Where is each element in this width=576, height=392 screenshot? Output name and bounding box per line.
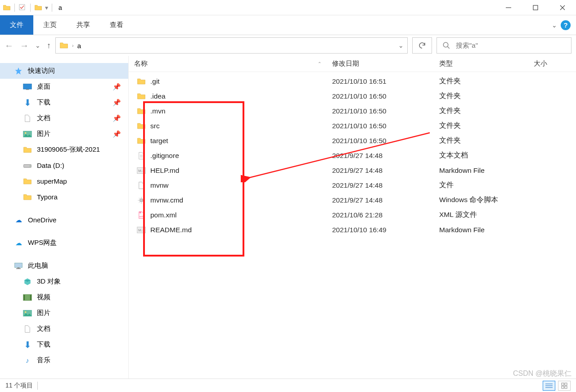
view-details-button[interactable] — [543, 381, 555, 391]
file-row[interactable]: .gitignore2021/9/27 14:48文本文档 — [129, 148, 576, 163]
refresh-button[interactable] — [412, 37, 432, 54]
minimize-button[interactable] — [495, 0, 522, 15]
file-type: 文件 — [434, 180, 528, 190]
file-row[interactable]: .mvn2021/10/10 16:50文件夹 — [129, 104, 576, 118]
address-dropdown-icon[interactable]: ⌄ — [398, 42, 404, 49]
download-icon: ⬇ — [22, 98, 32, 108]
file-date: 2021/10/10 16:50 — [327, 107, 434, 115]
tree-wps[interactable]: ☁WPS网盘 — [0, 235, 128, 251]
file-row[interactable]: M↓HELP.md2021/9/27 14:48Markdown File — [129, 163, 576, 178]
qat-properties-icon[interactable] — [18, 4, 27, 12]
navigation-tree[interactable]: 快速访问 桌面📌 ⬇下载📌 文档📌 图片📌 31909065-张斌-2021 D… — [0, 56, 129, 378]
address-path[interactable]: a — [77, 42, 81, 50]
tree-pictures2[interactable]: 图片 — [0, 305, 128, 321]
file-name: target — [150, 137, 168, 145]
file-date: 2021/9/27 14:48 — [327, 167, 434, 175]
tree-custom-folder[interactable]: 31909065-张斌-2021 — [0, 142, 128, 158]
svg-text:xml: xml — [140, 215, 143, 217]
help-icon[interactable]: ? — [561, 20, 571, 30]
file-date: 2021/10/10 16:50 — [327, 122, 434, 130]
tree-pictures[interactable]: 图片📌 — [0, 126, 128, 142]
tree-downloads2[interactable]: ⬇下载 — [0, 337, 128, 352]
column-date[interactable]: 修改日期 — [327, 59, 434, 68]
tree-data-d[interactable]: Data (D:) — [0, 158, 128, 173]
view-icons-button[interactable] — [558, 381, 571, 391]
pictures-icon — [22, 129, 32, 139]
file-row[interactable]: target2021/10/10 16:50文件夹 — [129, 133, 576, 148]
tree-this-pc[interactable]: 此电脑 — [0, 258, 128, 274]
tree-3d-objects[interactable]: 3D 对象 — [0, 274, 128, 289]
qat-newfolder-icon[interactable] — [34, 4, 42, 12]
file-row[interactable]: .git2021/10/10 16:51文件夹 — [129, 74, 576, 89]
tree-documents[interactable]: 文档📌 — [0, 110, 128, 126]
tree-desktop[interactable]: 桌面📌 — [0, 79, 128, 95]
nav-recent-dropdown[interactable]: ⌄ — [35, 42, 40, 49]
tree-downloads[interactable]: ⬇下载📌 — [0, 95, 128, 110]
file-name: .gitignore — [150, 152, 179, 160]
ribbon-share-tab[interactable]: 共享 — [67, 15, 100, 35]
tree-quick-access[interactable]: 快速访问 — [0, 63, 128, 79]
qat-dropdown-icon[interactable]: ▾ — [45, 4, 48, 11]
svg-text:M↓: M↓ — [138, 169, 143, 173]
tree-typora[interactable]: Typora — [0, 189, 128, 205]
svg-point-19 — [140, 198, 143, 202]
status-bar: 11 个项目 — [0, 378, 576, 392]
tree-label: Typora — [37, 193, 58, 201]
tree-documents2[interactable]: 文档 — [0, 321, 128, 337]
cloud-icon: ☁ — [14, 238, 23, 248]
folder-icon — [22, 192, 32, 202]
nav-up-button[interactable]: ↑ — [47, 41, 51, 50]
svg-rect-10 — [18, 267, 20, 268]
tree-onedrive[interactable]: ☁OneDrive — [0, 212, 128, 228]
tree-label: Data (D:) — [37, 162, 64, 169]
search-box[interactable]: 搜索"a" — [436, 37, 572, 54]
file-row[interactable]: mvnw2021/9/27 14:48文件 — [129, 178, 576, 193]
tree-label: 文档 — [37, 324, 50, 333]
file-row[interactable]: xmlpom.xml2021/10/6 21:28XML 源文件 — [129, 207, 576, 222]
svg-point-8 — [25, 132, 26, 133]
nav-forward-button[interactable]: → — [20, 41, 29, 51]
app-folder-icon — [3, 4, 11, 12]
file-row[interactable]: src2021/10/10 16:50文件夹 — [129, 118, 576, 133]
cube-icon — [22, 277, 32, 287]
ribbon-file-tab[interactable]: 文件 — [0, 15, 33, 35]
file-date: 2021/10/10 16:50 — [327, 137, 434, 145]
column-name[interactable]: 名称⌃ — [129, 59, 327, 68]
ribbon-view-tab[interactable]: 查看 — [100, 15, 133, 35]
music-icon: ♪ — [22, 356, 32, 365]
file-row[interactable]: mvnw.cmd2021/9/27 14:48Windows 命令脚本 — [129, 193, 576, 207]
ribbon-home-tab[interactable]: 主页 — [33, 15, 67, 35]
tree-label: 下载 — [37, 340, 50, 349]
document-icon — [22, 324, 32, 334]
address-caret-icon[interactable]: › — [72, 43, 74, 48]
maximize-button[interactable] — [522, 0, 549, 15]
column-type[interactable]: 类型 — [434, 59, 528, 68]
address-bar[interactable]: › a ⌄ — [55, 37, 408, 54]
svg-rect-3 — [533, 5, 538, 10]
close-button[interactable] — [549, 0, 576, 15]
search-placeholder: 搜索"a" — [456, 41, 478, 50]
tree-music[interactable]: ♪音乐 — [0, 352, 128, 368]
tree-label: 3D 对象 — [37, 277, 61, 286]
nav-bar: ← → ⌄ ↑ › a ⌄ 搜索"a" — [0, 35, 576, 56]
file-date: 2021/10/10 16:51 — [327, 77, 434, 86]
svg-rect-23 — [562, 383, 564, 385]
ribbon-expand-icon[interactable]: ⌄ — [552, 22, 557, 29]
horizontal-scrollbar[interactable] — [129, 371, 576, 378]
file-name: HELP.md — [150, 167, 179, 175]
folder-icon — [137, 136, 146, 145]
column-size[interactable]: 大小 — [528, 59, 569, 68]
file-rows: .git2021/10/10 16:51文件夹.idea2021/10/10 1… — [129, 72, 576, 237]
file-type: 文件夹 — [434, 136, 528, 145]
svg-point-4 — [443, 42, 448, 47]
file-row[interactable]: .idea2021/10/10 16:50文件夹 — [129, 89, 576, 104]
file-row[interactable]: M↓README.md2021/10/10 16:49Markdown File — [129, 222, 576, 237]
tree-videos[interactable]: 视频 — [0, 289, 128, 305]
tree-label: superMap — [37, 177, 67, 185]
nav-back-button[interactable]: ← — [4, 41, 14, 51]
svg-rect-2 — [19, 5, 25, 10]
pin-icon: 📌 — [112, 99, 121, 107]
tree-supermap[interactable]: superMap — [0, 173, 128, 189]
video-icon — [22, 293, 32, 302]
file-type: 文本文档 — [434, 151, 528, 160]
